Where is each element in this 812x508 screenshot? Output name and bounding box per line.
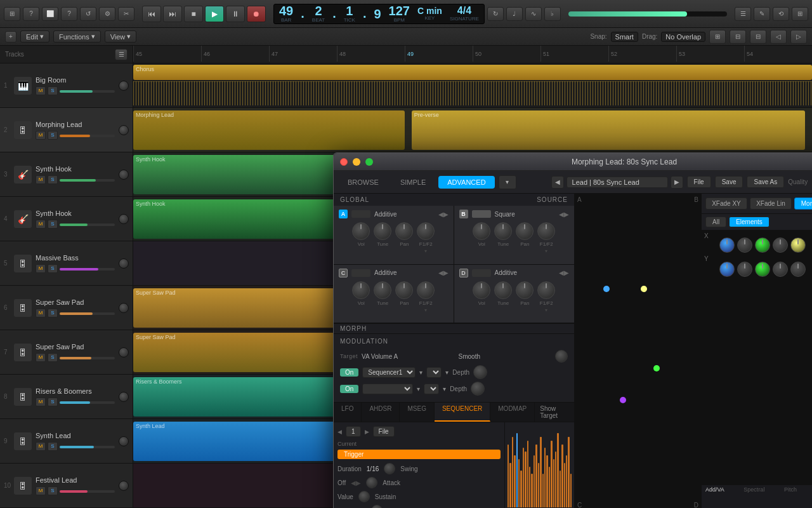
morph-xy-btn[interactable]: Morph XY: [794, 197, 812, 210]
track-item-7[interactable]: 7 🎛 Super Saw Pad M S: [0, 330, 133, 375]
fader-7[interactable]: [60, 357, 115, 359]
tracks-container[interactable]: Chorus Morphing Lead Pre-verse Synth Hoo…: [133, 64, 812, 508]
solo-btn-4[interactable]: S: [48, 220, 58, 229]
fader-9[interactable]: [60, 446, 115, 448]
play-button[interactable]: ▶: [205, 6, 224, 22]
track-item-4[interactable]: 4 🎸 Synth Hook M S: [0, 197, 133, 241]
elem-knob-x5[interactable]: [790, 237, 806, 253]
fader-2[interactable]: [60, 135, 115, 137]
clip-morphing-lead-1[interactable]: Morphing Lead: [133, 110, 405, 150]
morph-xfade-xy-btn[interactable]: XFade XY: [705, 197, 747, 210]
toolbar-left[interactable]: ◁: [770, 30, 787, 44]
functions-menu[interactable]: Functions ▾: [53, 30, 101, 43]
mute-btn-10[interactable]: M: [36, 486, 46, 495]
knob-b-tune[interactable]: [494, 222, 512, 240]
seq-bar-16[interactable]: [542, 474, 544, 507]
elem-knob-x4[interactable]: [773, 237, 788, 253]
source-toggle-d[interactable]: [472, 269, 491, 277]
source-nav-d[interactable]: ◀▶: [559, 269, 569, 276]
track-item-5[interactable]: 5 🎛 Massive Bass M S: [0, 241, 133, 286]
elem-knob-x3[interactable]: [755, 237, 770, 253]
track-item-8[interactable]: 8 🎛 Risers & Boomers M S: [0, 375, 133, 419]
fader-10[interactable]: [60, 490, 115, 493]
view-menu[interactable]: View ▾: [105, 30, 137, 43]
lfo-tab-mseg[interactable]: MSEG: [400, 403, 434, 422]
seq-bar-3[interactable]: [514, 455, 515, 507]
seq-bar-2[interactable]: [512, 437, 513, 507]
trigger-btn[interactable]: Trigger: [337, 450, 501, 459]
knob-b-pan[interactable]: [516, 222, 534, 240]
knob-b-f1f2[interactable]: [537, 222, 555, 240]
knob-a-vol[interactable]: [352, 222, 370, 240]
vol-knob-8[interactable]: [119, 392, 129, 402]
fader-8[interactable]: [60, 401, 115, 404]
axis-add-va[interactable]: Add/VA: [705, 486, 724, 493]
attack-knob-seq[interactable]: [366, 477, 377, 488]
seq-file-btn[interactable]: File: [373, 426, 395, 437]
toolbar-click[interactable]: ∿: [525, 7, 542, 21]
seq-bar-27[interactable]: [566, 455, 567, 507]
toolbar-edit2[interactable]: ✎: [754, 7, 770, 21]
mod-on-btn-2[interactable]: On: [340, 385, 358, 393]
all-btn[interactable]: All: [705, 217, 726, 227]
solo-btn-8[interactable]: S: [48, 398, 58, 406]
mod-e-select-2[interactable]: E: [424, 384, 439, 394]
preset-select[interactable]: Lead | 80s Sync Lead: [566, 177, 668, 188]
mod-source-select-2[interactable]: [362, 384, 413, 394]
preset-dropdown-btn[interactable]: ▾: [499, 175, 516, 189]
source-toggle-b[interactable]: [472, 210, 491, 218]
track-item-10[interactable]: 10 🎛 Festival Lead M S: [0, 464, 133, 508]
seq-bar-4[interactable]: [516, 433, 518, 507]
mod-on-btn-1[interactable]: On: [340, 368, 358, 377]
vol-knob-4[interactable]: [119, 214, 129, 224]
add-track-btn[interactable]: +: [5, 31, 16, 43]
plugin-zoom-btn[interactable]: [365, 158, 373, 166]
depth-knob-1[interactable]: [473, 365, 487, 379]
solo-btn-2[interactable]: S: [48, 131, 58, 140]
mute-btn-8[interactable]: M: [36, 398, 46, 406]
morph-xfade-lin-btn[interactable]: XFade Lin: [750, 197, 792, 210]
toolbar-btn-5[interactable]: ↺: [80, 7, 96, 21]
tab-simple[interactable]: SIMPLE: [391, 176, 435, 189]
seq-bar-26[interactable]: [564, 463, 565, 507]
edit-menu[interactable]: Edit ▾: [20, 30, 49, 43]
smooth-knob[interactable]: [555, 350, 568, 363]
seq-bar-0[interactable]: [508, 444, 509, 507]
drag-value[interactable]: No Overlap: [661, 32, 705, 42]
xy-morph-display[interactable]: A B C D: [575, 194, 701, 508]
vol-knob-3[interactable]: [119, 170, 129, 180]
mute-btn-1[interactable]: M: [36, 86, 46, 95]
seq-bar-9[interactable]: [527, 441, 528, 507]
solo-btn-6[interactable]: S: [48, 309, 58, 318]
source-toggle-c[interactable]: [351, 269, 370, 277]
seq-bar-21[interactable]: [553, 459, 554, 507]
forward-button[interactable]: ⏭: [163, 6, 182, 22]
toolbar-snap-toggle[interactable]: ⊞: [709, 30, 726, 44]
solo-btn-10[interactable]: S: [48, 486, 58, 495]
elem-knob-y1[interactable]: [719, 262, 735, 277]
knob-c-pan[interactable]: [395, 281, 413, 299]
solo-btn-5[interactable]: S: [48, 264, 58, 273]
toolbar-list[interactable]: ☰: [735, 7, 751, 21]
toolbar-btn-2[interactable]: ?: [23, 7, 39, 21]
snap-value[interactable]: Smart: [611, 32, 638, 42]
vol-knob-6[interactable]: [119, 303, 129, 313]
seq-bar-14[interactable]: [538, 463, 539, 507]
lfo-tab-lfo[interactable]: LFO: [334, 403, 362, 422]
toolbar-share[interactable]: ⟲: [773, 7, 789, 21]
tab-advanced[interactable]: ADVANCED: [438, 176, 494, 189]
solo-btn-1[interactable]: S: [48, 86, 58, 95]
knob-a-pan[interactable]: [395, 222, 413, 240]
solo-btn-7[interactable]: S: [48, 353, 58, 362]
seq-bar-22[interactable]: [555, 451, 556, 507]
xy-dot-a[interactable]: [603, 286, 610, 292]
lfo-tab-sequencer[interactable]: SEQUENCER: [435, 403, 490, 422]
toolbar-align[interactable]: ⊟: [730, 30, 746, 44]
knob-d-vol[interactable]: [473, 281, 490, 299]
xy-dot-c[interactable]: [653, 365, 660, 371]
fader-4[interactable]: [60, 224, 115, 226]
source-toggle-a[interactable]: [351, 210, 370, 218]
seq-right[interactable]: [505, 422, 574, 508]
toolbar-btn-3[interactable]: ⬜: [42, 7, 58, 21]
vol-knob-2[interactable]: [119, 125, 129, 135]
